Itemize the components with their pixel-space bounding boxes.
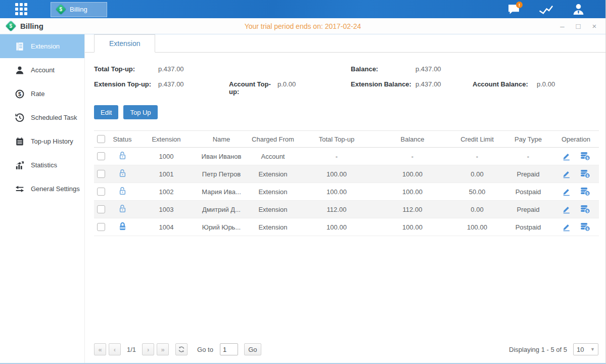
row-checkbox[interactable] [97,188,105,196]
charged-from-cell: Extension [247,183,299,201]
sidebar-item-extension[interactable]: Extension [0,34,84,58]
name-cell: Мария Ива... [196,183,247,201]
svg-text:$: $ [18,90,21,97]
column-header: Pay Type [503,131,553,148]
extension-cell: 1003 [136,201,196,218]
top-up-row-icon[interactable]: $ [580,152,590,161]
svg-text:$: $ [586,156,588,160]
sidebar: Extension Account $ Rate Scheduled Task … [0,34,85,363]
tab-strip: Extension [85,34,605,53]
scheduled-task-clock-icon [15,113,24,122]
sidebar-item-statistics[interactable]: Statistics [0,153,84,177]
edit-row-icon[interactable] [562,188,571,196]
pay-type-cell: - [503,148,553,165]
top-up-row-icon[interactable]: $ [580,169,590,178]
edit-row-icon[interactable] [562,170,571,178]
locked-icon[interactable] [119,222,126,231]
billing-app-tab-label: Billing [70,6,87,13]
sidebar-item-scheduled-task[interactable]: Scheduled Task [0,106,84,129]
close-button[interactable]: × [590,22,598,30]
row-checkbox[interactable] [97,205,105,213]
total-topup-cell: 100.00 [299,165,374,183]
refresh-button[interactable] [175,343,188,355]
summary-panel: Total Top-up: p.437.00 Extension Top-up:… [85,53,605,103]
credit-limit-cell: 100.00 [451,218,503,236]
notification-badge: ! [516,2,523,8]
page-size-value: 10 [577,346,584,353]
total-topup-cell: 112.00 [299,201,374,218]
goto-page-input[interactable] [220,343,238,355]
select-all-checkbox[interactable] [97,135,105,143]
balance-cell: 100.00 [374,218,451,236]
credit-limit-cell: 50.00 [451,183,503,201]
column-header: Status [108,131,136,148]
minimize-button[interactable]: – [558,22,566,30]
top-up-row-icon[interactable]: $ [580,205,590,214]
page-size-select[interactable]: 10 ▼ [573,343,598,355]
unlocked-icon[interactable] [119,169,126,178]
account-balance-label: Account Balance: [473,80,537,88]
account-topup-label: Account Top-up: [229,80,277,96]
extension-topup-label: Extension Top-up: [94,80,158,88]
sidebar-item-topup-history[interactable]: Top-up History [0,129,84,153]
billing-app-tab[interactable]: $ Billing [51,2,107,17]
top-up-row-icon[interactable]: $ [580,187,590,196]
go-button[interactable]: Go [244,343,261,355]
edit-row-icon[interactable] [562,152,571,161]
account-topup-value: p.0.00 [277,80,296,88]
total-topup-label: Total Top-up: [94,65,158,73]
column-header: Operation [553,131,599,148]
last-page-button[interactable]: » [157,343,169,355]
top-up-button[interactable]: Top Up [123,105,157,119]
credit-limit-cell: - [451,148,503,165]
next-page-button[interactable]: › [142,343,154,355]
balance-value: p.437.00 [415,65,441,73]
row-checkbox[interactable] [97,152,105,160]
column-header: Name [196,131,247,148]
unlocked-icon[interactable] [119,204,126,213]
sidebar-item-label: Top-up History [31,138,73,145]
charged-from-cell: Account [247,148,299,165]
name-cell: Иван Иванов [196,148,247,165]
edit-row-icon[interactable] [562,223,571,232]
table-row: 1002 Мария Ива... Extension 100.00 100.0… [94,183,599,201]
tab-extension[interactable]: Extension [94,34,155,53]
charged-from-cell: Extension [247,201,299,218]
balance-cell: 100.00 [374,183,451,201]
column-header: Charged From [247,131,299,148]
row-checkbox[interactable] [97,223,105,231]
column-header: Balance [374,131,451,148]
total-topup-cell: 100.00 [299,183,374,201]
extension-balance-label: Extension Balance: [351,80,415,88]
main-content: Extension Total Top-up: p.437.00 Extensi… [85,34,605,363]
sidebar-item-general-settings[interactable]: General Settings [0,177,84,201]
sidebar-item-label: Account [31,66,55,74]
edit-button[interactable]: Edit [94,105,118,119]
displaying-info: Displaying 1 - 5 of 5 [509,346,567,353]
table-body: 1000 Иван Иванов Account - - - - [94,148,599,236]
trial-notice: Your trial period ends on: 2017-02-24 [0,22,605,30]
top-up-row-icon[interactable]: $ [580,222,590,232]
edit-row-icon[interactable] [562,205,571,214]
window-title-bar: $ Billing Your trial period ends on: 201… [0,18,605,34]
reports-chart-icon[interactable] [539,3,553,16]
topup-history-notepad-icon [15,137,24,146]
pagination-bar: « ‹ 1/1 › » Go to Go Displaying 1 - 5 of… [85,339,605,363]
sidebar-item-rate[interactable]: $ Rate [0,82,84,106]
user-account-icon[interactable] [571,3,585,16]
table-row: 1003 Дмитрий Д... Extension 112.00 112.0… [94,201,599,218]
table-row: 1004 Юрий Юрь... Extension 100.00 100.00… [94,218,599,236]
maximize-button[interactable]: □ [574,22,582,30]
sidebar-item-account[interactable]: Account [0,58,84,82]
extension-topup-value: p.437.00 [158,80,229,88]
messages-icon[interactable]: ! [506,3,521,16]
extension-cell: 1002 [136,183,196,201]
first-page-button[interactable]: « [94,343,106,355]
app-launcher-icon[interactable] [15,3,27,15]
unlocked-icon[interactable] [119,151,126,160]
unlocked-icon[interactable] [119,187,126,196]
rate-dollar-icon: $ [15,89,24,99]
balance-cell: 100.00 [374,165,451,183]
prev-page-button[interactable]: ‹ [109,343,121,355]
row-checkbox[interactable] [97,170,105,178]
